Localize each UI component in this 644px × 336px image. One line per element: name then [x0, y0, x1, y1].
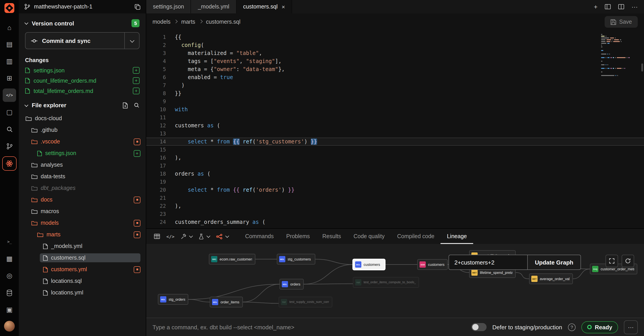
- code-line-23[interactable]: 23: [146, 210, 644, 218]
- changed-file-total_lifetime_orders.md[interactable]: total_lifetime_orders.md+: [19, 86, 146, 96]
- save-button[interactable]: Save: [604, 16, 638, 28]
- copy-branch-icon[interactable]: [134, 4, 140, 9]
- split-editor-icon[interactable]: [618, 4, 624, 9]
- code-line-20[interactable]: 20 select * from {{ ref('orders') }}: [146, 186, 644, 194]
- refresh-icon[interactable]: [622, 255, 634, 267]
- tree-item-.vscode[interactable]: .vscode: [19, 136, 146, 147]
- code-line-15[interactable]: 15: [146, 146, 644, 154]
- preview-results-icon[interactable]: [151, 232, 163, 241]
- home-icon[interactable]: ⌂: [3, 20, 16, 34]
- user-avatar[interactable]: [4, 321, 15, 332]
- apps-grid-icon[interactable]: ⊞: [3, 71, 16, 85]
- lineage-node-test_supply[interactable]: TSTtest_supply_costs_sum_correctly: [278, 297, 332, 308]
- branch-selector[interactable]: matthewshaver-patch-1: [19, 0, 146, 13]
- code-line-16[interactable]: 16),: [146, 154, 644, 162]
- search-files-icon[interactable]: [134, 102, 140, 108]
- more-options-icon[interactable]: ···: [632, 3, 638, 10]
- tree-item-macros[interactable]: macros: [19, 206, 146, 217]
- database-icon[interactable]: [3, 286, 16, 299]
- lineage-node-order_items[interactable]: MDLorder_items: [210, 297, 243, 308]
- close-tab-icon[interactable]: ×: [282, 3, 285, 10]
- code-line-10[interactable]: 10with: [146, 105, 644, 113]
- test-action-dropdown[interactable]: [196, 232, 213, 241]
- code-line-11[interactable]: 11: [146, 113, 644, 121]
- tab-settings.json[interactable]: settings.json: [146, 0, 191, 13]
- code-line-1[interactable]: 1{{: [146, 33, 644, 41]
- help-icon[interactable]: ?: [568, 323, 576, 331]
- ready-status-button[interactable]: Ready: [582, 321, 618, 333]
- tab-_models.yml[interactable]: _models.yml: [191, 0, 236, 13]
- code-line-8[interactable]: 8}}: [146, 89, 644, 97]
- file-explorer-header[interactable]: File explorer: [19, 96, 146, 112]
- explore-icon[interactable]: [3, 122, 16, 136]
- lineage-node-orders[interactable]: MDLorders: [280, 279, 304, 290]
- semantic-layer-icon[interactable]: [2, 156, 16, 171]
- tree-item-marts[interactable]: marts: [19, 229, 146, 240]
- code-line-14[interactable]: 14 select * from {{ ref('stg_customers')…: [146, 138, 644, 146]
- panel-tab-Lineage[interactable]: Lineage: [441, 229, 473, 244]
- tree-item-_models.yml[interactable]: _models.yml: [19, 240, 146, 252]
- lineage-action-dropdown[interactable]: [213, 232, 232, 241]
- code-line-3[interactable]: 3 materialized = "table",: [146, 49, 644, 57]
- deploy-icon[interactable]: ▥: [3, 54, 16, 68]
- tree-item-docs[interactable]: docs: [19, 194, 146, 206]
- code-line-2[interactable]: 2 config(: [146, 41, 644, 49]
- lineage-node-customers[interactable]: MDLcustomers: [353, 259, 385, 270]
- panel-tab-Results[interactable]: Results: [316, 229, 347, 244]
- code-line-4[interactable]: 4 tags = ["events", "staging"],: [146, 57, 644, 65]
- code-line-24[interactable]: 24customer_orders_summary as (: [146, 218, 644, 226]
- commit-options-dropdown[interactable]: [124, 33, 139, 49]
- panel-tab-Compiled code[interactable]: Compiled code: [391, 229, 441, 244]
- new-tab-icon[interactable]: +: [594, 3, 598, 10]
- tree-item-customers.sql[interactable]: customers.sql: [19, 252, 146, 264]
- columns-layout-icon[interactable]: [605, 4, 611, 9]
- tree-item-data-tests[interactable]: data-tests: [19, 171, 146, 182]
- tree-item-.github[interactable]: .github: [19, 124, 146, 136]
- panel-tab-Code quality[interactable]: Code quality: [347, 229, 391, 244]
- defer-toggle[interactable]: [471, 323, 486, 331]
- breadcrumb-item[interactable]: customers.sql: [206, 19, 240, 25]
- debug-icon[interactable]: ◎: [3, 269, 16, 282]
- code-line-5[interactable]: 5 meta = {"owner": "data-team"},: [146, 65, 644, 73]
- breadcrumb-item[interactable]: models: [152, 19, 170, 25]
- changed-file-count_lifetime_orders.md[interactable]: count_lifetime_orders.md+: [19, 75, 146, 86]
- tree-item-locations.sql[interactable]: locations.sql: [19, 275, 146, 287]
- lineage-node-stg_customers[interactable]: MDLstg_customers: [277, 254, 315, 265]
- code-line-21[interactable]: 21: [146, 194, 644, 202]
- panel-tab-Commands[interactable]: Commands: [239, 229, 280, 244]
- panel-tab-Problems[interactable]: Problems: [280, 229, 316, 244]
- catalog-icon[interactable]: ▣: [3, 303, 16, 316]
- version-control-header[interactable]: Version control 5: [19, 13, 146, 30]
- code-line-6[interactable]: 6 enabled = true: [146, 73, 644, 81]
- tree-item-models[interactable]: models: [19, 217, 146, 229]
- lineage-node-test_order_items[interactable]: TSTtest_order_items_compute_to_bools_cor…: [353, 277, 419, 288]
- breadcrumb-item[interactable]: marts: [181, 19, 196, 25]
- code-line-17[interactable]: 17: [146, 162, 644, 170]
- tree-item-settings.json[interactable]: settings.json+: [19, 147, 146, 159]
- code-line-13[interactable]: 13: [146, 130, 644, 138]
- terminal-icon[interactable]: >_: [3, 235, 16, 248]
- fullscreen-icon[interactable]: [606, 255, 618, 267]
- orchestration-icon[interactable]: [3, 139, 16, 153]
- visual-editor-icon[interactable]: ▢: [3, 105, 16, 119]
- lineage-node-raw_customers[interactable]: SRCecom.raw_customers: [209, 254, 255, 265]
- lineage-canvas[interactable]: SRCecom.raw_customersMDLstg_customersMDL…: [146, 244, 644, 318]
- minimap[interactable]: [601, 34, 637, 77]
- compile-code-icon[interactable]: </>: [163, 232, 178, 241]
- logs-icon[interactable]: ▦: [3, 252, 16, 265]
- tree-item-dbt_packages[interactable]: dbt_packages: [19, 182, 146, 194]
- lineage-node-stg_orders[interactable]: MDLstg_orders: [158, 294, 188, 305]
- tree-item-customers.yml[interactable]: customers.yml: [19, 264, 146, 275]
- changed-file-settings.json[interactable]: settings.json+: [19, 65, 146, 75]
- update-graph-button[interactable]: Update Graph: [527, 255, 581, 270]
- lineage-node-average_order_value[interactable]: METaverage_order_value: [529, 274, 573, 284]
- commit-and-sync-button[interactable]: Commit and sync: [25, 32, 140, 49]
- new-file-icon[interactable]: [122, 102, 128, 108]
- code-line-12[interactable]: 12customers as (: [146, 121, 644, 130]
- code-editor[interactable]: 1{{2 config(3 materialized = "table",4 t…: [146, 30, 644, 228]
- command-input[interactable]: Type a command, ex. dbt build --select <…: [152, 324, 466, 331]
- code-line-22[interactable]: 22),: [146, 202, 644, 210]
- editor-scrollbar[interactable]: [641, 63, 643, 71]
- build-action-dropdown[interactable]: [178, 232, 196, 241]
- ide-icon[interactable]: </>: [3, 88, 16, 102]
